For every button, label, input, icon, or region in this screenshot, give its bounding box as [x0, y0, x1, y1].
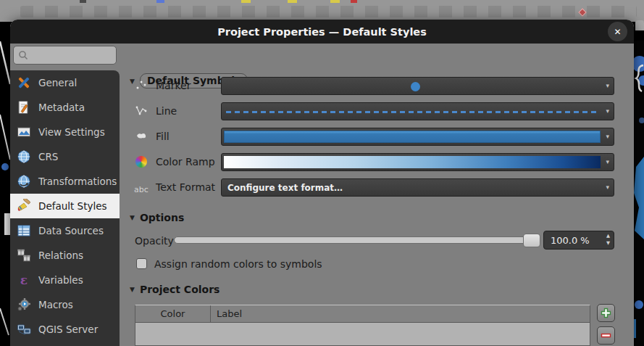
fill-polygon-icon: [133, 128, 150, 145]
background-icon-fragment: [156, 0, 164, 3]
gear-play-icon: [16, 297, 32, 313]
opacity-spinbox[interactable]: 100.0 % ▲ ▼: [543, 231, 614, 250]
server-computers-icon: [16, 321, 32, 337]
chevron-down-icon: ▾: [606, 158, 609, 165]
sidebar-item-macros[interactable]: Macros: [10, 292, 120, 317]
sidebar-nav: General Metadata View Settings CRS Trans…: [10, 70, 120, 346]
color-ramp-preview: [224, 156, 601, 168]
opacity-slider[interactable]: [174, 236, 540, 244]
fill-symbol-preview: [224, 131, 601, 143]
map-features-left: [0, 22, 10, 346]
map-canvas-left-edge: [0, 22, 10, 346]
sidebar-item-default-styles[interactable]: Default Styles: [10, 194, 120, 218]
sidebar-item-data-sources[interactable]: Data Sources: [10, 218, 120, 243]
map-canvas-right-edge: [633, 41, 644, 346]
line-label: Line: [156, 105, 177, 117]
sidebar-item-transformations[interactable]: Transformations: [10, 169, 120, 194]
section-title: Project Colors: [140, 284, 220, 295]
opacity-label: Opacity: [135, 235, 174, 247]
sidebar: General Metadata View Settings CRS Trans…: [10, 44, 120, 346]
column-header-label: Label: [211, 305, 590, 322]
table-icon: [16, 223, 32, 239]
minus-icon: [601, 330, 611, 341]
chevron-down-icon: ▾: [606, 184, 609, 191]
section-options[interactable]: ▼ Options: [130, 212, 184, 223]
abc-text-icon: abc: [133, 181, 150, 198]
map-features-right: [633, 41, 644, 346]
chevron-down-icon: ▾: [606, 82, 609, 89]
sidebar-item-view-settings[interactable]: View Settings: [10, 120, 120, 144]
close-button[interactable]: ✕: [608, 22, 627, 41]
spin-up-icon[interactable]: ▲: [606, 233, 610, 239]
close-icon: ✕: [614, 27, 621, 37]
background-icon-fragment: [80, 0, 86, 3]
text-format-value: Configure text format…: [227, 179, 343, 197]
collapse-arrow-icon: ▼: [130, 286, 135, 293]
dialog-title: Project Properties — Default Styles: [217, 26, 427, 38]
sidebar-item-variables[interactable]: ε Variables: [10, 268, 120, 292]
remove-color-button[interactable]: [597, 326, 615, 345]
fill-symbol-dropdown[interactable]: ▾: [221, 128, 614, 146]
sidebar-item-relations[interactable]: Relations: [10, 243, 120, 268]
globe-icon: [16, 149, 32, 165]
line-symbol-dropdown[interactable]: ▾: [221, 102, 614, 120]
opacity-slider-handle[interactable]: [523, 234, 540, 247]
background-icon-fragment: [241, 0, 251, 3]
random-colors-label: Assign random colors to symbols: [154, 258, 322, 270]
text-format-dropdown[interactable]: Configure text format… ▾: [221, 178, 614, 197]
line-symbol-preview: [226, 111, 598, 113]
project-properties-dialog: Project Properties — Default Styles ✕ Ge…: [10, 20, 634, 346]
section-title: Options: [140, 212, 184, 223]
sidebar-item-crs[interactable]: CRS: [10, 144, 120, 169]
relations-tables-icon: [16, 247, 32, 263]
epsilon-icon: ε: [16, 272, 32, 288]
opacity-value: 100.0 %: [551, 235, 590, 246]
dialog-titlebar[interactable]: Project Properties — Default Styles ✕: [10, 20, 634, 44]
table-header-row: Color Label: [135, 305, 590, 323]
marker-symbol-dropdown[interactable]: ▾: [221, 77, 614, 95]
column-header-color: Color: [135, 305, 211, 322]
background-toolbar-icons: [20, 6, 637, 17]
chevron-down-icon: ▾: [606, 107, 609, 115]
background-icon-fragment: [330, 0, 340, 3]
sidebar-item-label: QGIS Server: [38, 324, 98, 335]
background-toolbar: [0, 0, 644, 22]
paintbrush-icon: [16, 198, 32, 214]
sidebar-item-label: General: [38, 77, 77, 88]
plus-icon: [601, 308, 611, 318]
background-panel-edge: [635, 20, 644, 30]
sidebar-item-metadata[interactable]: Metadata: [10, 95, 120, 120]
fill-label: Fill: [156, 131, 170, 142]
color-wheel-icon: [133, 153, 150, 170]
marker-points-icon: [133, 77, 150, 94]
color-ramp-label: Color Ramp: [156, 156, 215, 168]
collapse-arrow-icon: ▼: [130, 214, 135, 221]
sidebar-search[interactable]: [13, 46, 117, 65]
sidebar-item-label: Data Sources: [38, 225, 104, 236]
globe-transform-icon: [16, 173, 32, 189]
sidebar-item-label: Transformations: [38, 176, 117, 187]
spin-down-icon[interactable]: ▼: [606, 240, 610, 247]
background-icon-fragment: [288, 0, 297, 3]
picture-icon: [16, 124, 32, 140]
sidebar-item-qgis-server[interactable]: QGIS Server: [10, 317, 120, 342]
marker-label: Marker: [156, 80, 191, 91]
search-input[interactable]: [28, 50, 101, 61]
screen: Project Properties — Default Styles ✕ Ge…: [0, 0, 644, 346]
marker-symbol-preview: [411, 82, 420, 91]
metadata-document-icon: [16, 99, 32, 115]
chevron-down-icon: ▾: [606, 133, 609, 140]
color-ramp-dropdown[interactable]: ▾: [221, 153, 614, 171]
sidebar-item-label: Metadata: [38, 102, 85, 113]
random-colors-checkbox[interactable]: [136, 258, 147, 269]
background-icon-fragment: [351, 0, 357, 3]
sidebar-item-label: View Settings: [38, 126, 105, 138]
sidebar-item-general[interactable]: General: [10, 70, 120, 95]
spinbox-arrows: ▲ ▼: [606, 233, 610, 247]
sidebar-item-label: Default Styles: [38, 200, 107, 212]
text-format-label: Text Format: [156, 181, 215, 193]
line-polyline-icon: [133, 102, 150, 120]
tools-icon: [16, 75, 32, 91]
section-project-colors[interactable]: ▼ Project Colors: [130, 284, 219, 295]
add-color-button[interactable]: [597, 304, 615, 322]
